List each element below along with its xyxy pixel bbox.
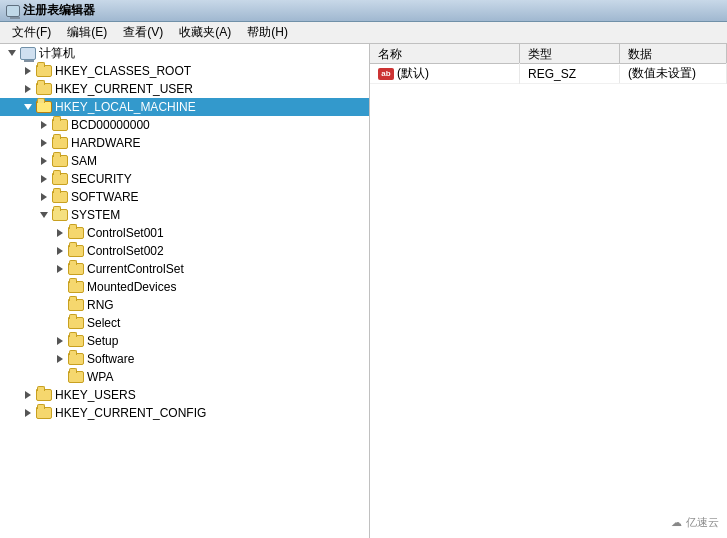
app-icon (6, 5, 20, 17)
tree-label-select: Select (87, 316, 120, 330)
expander-cs002[interactable] (52, 243, 68, 259)
folder-icon-hardware (52, 137, 68, 149)
expander-setup[interactable] (52, 333, 68, 349)
expander-computer[interactable] (4, 45, 20, 61)
folder-icon-hkcu (36, 83, 52, 95)
tree-node-hkcc: HKEY_CURRENT_CONFIG (0, 404, 369, 422)
col-header-type: 类型 (520, 44, 620, 63)
cell-type-default: REG_SZ (520, 65, 620, 83)
folder-icon-cs002 (68, 245, 84, 257)
folder-icon-software2 (68, 353, 84, 365)
tree-label-md: MountedDevices (87, 280, 176, 294)
tree-row-sam[interactable]: SAM (0, 152, 369, 170)
menu-view[interactable]: 查看(V) (115, 22, 171, 43)
tree-label-rng: RNG (87, 298, 114, 312)
expander-sam[interactable] (36, 153, 52, 169)
tree-node-bcd: BCD00000000 (0, 116, 369, 134)
tree-row-bcd[interactable]: BCD00000000 (0, 116, 369, 134)
folder-icon-hklm (36, 101, 52, 113)
col-header-data: 数据 (620, 44, 727, 63)
tree-row-cs002[interactable]: ControlSet002 (0, 242, 369, 260)
tree-label-hkcc: HKEY_CURRENT_CONFIG (55, 406, 206, 420)
tree-label-ccs: CurrentControlSet (87, 262, 184, 276)
tree-node-hardware: HARDWARE (0, 134, 369, 152)
watermark-icon: ☁ (671, 516, 682, 529)
tree-node-hkcu: HKEY_CURRENT_USER (0, 80, 369, 98)
expander-hardware[interactable] (36, 135, 52, 151)
expander-security[interactable] (36, 171, 52, 187)
tree-node-cs001: ControlSet001 (0, 224, 369, 242)
main-container: 计算机 HKEY_CLASSES_ROOT HKEY_CURRENT_USER (0, 44, 727, 538)
tree-row-hku[interactable]: HKEY_USERS (0, 386, 369, 404)
expander-software2[interactable] (52, 351, 68, 367)
tree-label-wpa: WPA (87, 370, 113, 384)
tree-row-computer[interactable]: 计算机 (0, 44, 369, 62)
tree-row-hkcu[interactable]: HKEY_CURRENT_USER (0, 80, 369, 98)
watermark: ☁ 亿速云 (671, 515, 719, 530)
expander-hkcr[interactable] (20, 63, 36, 79)
tree-node-wpa: WPA (0, 368, 369, 386)
folder-icon-hkcr (36, 65, 52, 77)
cell-name-default: ab (默认) (370, 63, 520, 84)
menu-file[interactable]: 文件(F) (4, 22, 59, 43)
menu-favorites[interactable]: 收藏夹(A) (171, 22, 239, 43)
tree-row-md[interactable]: MountedDevices (0, 278, 369, 296)
tree-label-security: SECURITY (71, 172, 132, 186)
folder-icon-rng (68, 299, 84, 311)
tree-row-software[interactable]: SOFTWARE (0, 188, 369, 206)
tree-row-system[interactable]: SYSTEM (0, 206, 369, 224)
tree-label-hkcu: HKEY_CURRENT_USER (55, 82, 193, 96)
expander-rng-empty (52, 297, 68, 313)
watermark-text: 亿速云 (686, 515, 719, 530)
tree-label-bcd: BCD00000000 (71, 118, 150, 132)
tree-node-hku: HKEY_USERS (0, 386, 369, 404)
tree-row-ccs[interactable]: CurrentControlSet (0, 260, 369, 278)
tree-label-cs001: ControlSet001 (87, 226, 164, 240)
folder-icon-wpa (68, 371, 84, 383)
tree-label-computer: 计算机 (39, 45, 75, 62)
expander-hkcc[interactable] (20, 405, 36, 421)
table-row[interactable]: ab (默认) REG_SZ (数值未设置) (370, 64, 727, 84)
tree-row-rng[interactable]: RNG (0, 296, 369, 314)
expander-software[interactable] (36, 189, 52, 205)
cell-data-default: (数值未设置) (620, 63, 727, 84)
menu-help[interactable]: 帮助(H) (239, 22, 296, 43)
expander-ccs[interactable] (52, 261, 68, 277)
folder-icon-select (68, 317, 84, 329)
tree-row-setup[interactable]: Setup (0, 332, 369, 350)
tree-row-select[interactable]: Select (0, 314, 369, 332)
folder-icon-software (52, 191, 68, 203)
tree-row-hardware[interactable]: HARDWARE (0, 134, 369, 152)
menu-edit[interactable]: 编辑(E) (59, 22, 115, 43)
tree-label-sam: SAM (71, 154, 97, 168)
tree-row-cs001[interactable]: ControlSet001 (0, 224, 369, 242)
tree-label-software: SOFTWARE (71, 190, 139, 204)
tree-panel[interactable]: 计算机 HKEY_CLASSES_ROOT HKEY_CURRENT_USER (0, 44, 370, 538)
tree-row-security[interactable]: SECURITY (0, 170, 369, 188)
tree-row-software2[interactable]: Software (0, 350, 369, 368)
folder-icon-security (52, 173, 68, 185)
tree-node-computer: 计算机 (0, 44, 369, 62)
tree-label-hku: HKEY_USERS (55, 388, 136, 402)
tree-row-hkcr[interactable]: HKEY_CLASSES_ROOT (0, 62, 369, 80)
expander-hku[interactable] (20, 387, 36, 403)
expander-system[interactable] (36, 207, 52, 223)
right-panel-header: 名称 类型 数据 (370, 44, 727, 64)
tree-node-select: Select (0, 314, 369, 332)
tree-row-wpa[interactable]: WPA (0, 368, 369, 386)
expander-cs001[interactable] (52, 225, 68, 241)
tree-label-hklm: HKEY_LOCAL_MACHINE (55, 100, 196, 114)
folder-icon-setup (68, 335, 84, 347)
expander-md-empty (52, 279, 68, 295)
tree-label-cs002: ControlSet002 (87, 244, 164, 258)
expander-bcd[interactable] (36, 117, 52, 133)
expander-hkcu[interactable] (20, 81, 36, 97)
tree-row-hklm[interactable]: HKEY_LOCAL_MACHINE (0, 98, 369, 116)
expander-hklm[interactable] (20, 99, 36, 115)
folder-icon-bcd (52, 119, 68, 131)
expander-select-empty (52, 315, 68, 331)
folder-icon-sam (52, 155, 68, 167)
tree-row-hkcc[interactable]: HKEY_CURRENT_CONFIG (0, 404, 369, 422)
right-panel: 名称 类型 数据 ab (默认) REG_SZ (数值未设置) (370, 44, 727, 538)
menu-bar: 文件(F) 编辑(E) 查看(V) 收藏夹(A) 帮助(H) (0, 22, 727, 44)
